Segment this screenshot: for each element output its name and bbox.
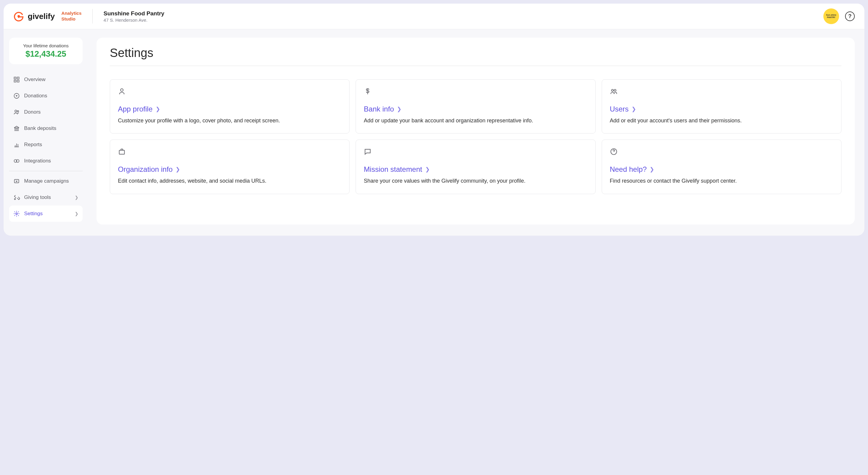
- card-bank-info[interactable]: Bank info ❯ Add or update your bank acco…: [355, 79, 595, 134]
- sidebar-item-label: Manage campaigns: [24, 178, 69, 184]
- help-icon: [610, 148, 618, 156]
- card-title: Bank info ❯: [364, 105, 587, 113]
- donation-amount: $12,434.25: [15, 49, 76, 59]
- org-block[interactable]: Sunshine Food Pantry 47 S. Henderson Ave…: [103, 10, 164, 23]
- nav-divider: [9, 171, 83, 171]
- card-app-profile[interactable]: App profile ❯ Customize your profile wit…: [110, 79, 349, 134]
- chevron-right-icon: ❯: [75, 211, 79, 216]
- sidebar-item-overview[interactable]: Overview: [9, 71, 83, 88]
- donation-label: Your lifetime donations: [15, 43, 76, 48]
- users-icon: [13, 109, 20, 115]
- svg-point-12: [121, 89, 123, 91]
- users-icon: [610, 88, 618, 95]
- sidebar-item-label: Overview: [24, 76, 45, 82]
- tools-icon: [13, 194, 20, 201]
- sidebar-item-settings[interactable]: Settings ❯: [9, 206, 83, 222]
- person-icon: [118, 88, 126, 95]
- page-title: Settings: [110, 46, 841, 60]
- svg-rect-2: [14, 80, 16, 82]
- bank-icon: [13, 125, 20, 132]
- card-title: App profile ❯: [118, 105, 341, 113]
- card-mission-statement[interactable]: Mission statement ❯ Share your core valu…: [355, 140, 595, 194]
- card-desc: Add or edit your account's users and the…: [610, 117, 833, 124]
- sidebar-item-donors[interactable]: Donors: [9, 104, 83, 120]
- sidebar-item-label: Donations: [24, 93, 48, 99]
- card-title: Organization info ❯: [118, 165, 341, 174]
- sidebar-item-manage-campaigns[interactable]: Manage campaigns: [9, 173, 83, 189]
- dollar-icon: [364, 88, 372, 95]
- sidebar-item-label: Integrations: [24, 158, 51, 164]
- logo-text: givelify: [28, 12, 55, 21]
- sidebar-item-giving-tools[interactable]: Giving tools ❯: [9, 189, 83, 206]
- svg-point-14: [614, 90, 616, 92]
- gear-icon: [13, 210, 20, 217]
- card-title: Users ❯: [610, 105, 833, 113]
- svg-point-6: [17, 111, 19, 112]
- givelify-logo-icon: [13, 11, 24, 22]
- svg-point-13: [611, 90, 614, 92]
- svg-rect-1: [17, 77, 19, 79]
- chevron-right-icon: ❯: [176, 166, 180, 173]
- heart-circle-icon: [13, 93, 20, 99]
- svg-point-11: [16, 213, 18, 214]
- nav: Overview Donations Donors Bank deposits …: [9, 71, 83, 222]
- grid-icon: [13, 76, 20, 83]
- svg-point-10: [14, 199, 16, 200]
- svg-rect-0: [14, 77, 16, 79]
- sidebar-item-donations[interactable]: Donations: [9, 88, 83, 104]
- svg-rect-3: [17, 80, 19, 82]
- app-frame: givelify Analytics Studio Sunshine Food …: [4, 4, 864, 236]
- cards-grid: App profile ❯ Customize your profile wit…: [110, 79, 841, 194]
- org-address: 47 S. Henderson Ave.: [103, 18, 164, 23]
- avatar[interactable]: Sun-shine PANTRY: [824, 8, 839, 24]
- chevron-right-icon: ❯: [397, 106, 401, 112]
- chart-icon: [13, 141, 20, 148]
- sidebar-item-integrations[interactable]: Integrations: [9, 153, 83, 169]
- card-desc: Edit contact info, addresses, website, a…: [118, 177, 341, 184]
- help-icon[interactable]: ?: [845, 11, 855, 21]
- card-need-help[interactable]: Need help? ❯ Find resources or contact t…: [602, 140, 841, 194]
- sidebar-item-label: Giving tools: [24, 194, 51, 200]
- card-organization-info[interactable]: Organization info ❯ Edit contact info, a…: [110, 140, 349, 194]
- divider: [92, 9, 93, 24]
- chevron-right-icon: ❯: [425, 166, 430, 173]
- main-panel: Settings App profile ❯ Customize your pr…: [96, 38, 855, 225]
- chevron-right-icon: ❯: [650, 166, 654, 173]
- sidebar-item-bank-deposits[interactable]: Bank deposits: [9, 120, 83, 137]
- link-icon: [13, 158, 20, 164]
- card-desc: Add or update your bank account and orga…: [364, 117, 587, 124]
- main: Settings App profile ❯ Customize your pr…: [88, 29, 864, 236]
- divider: [110, 66, 841, 66]
- card-desc: Customize your profile with a logo, cove…: [118, 117, 341, 124]
- chevron-right-icon: ❯: [631, 106, 636, 112]
- studio-label: Analytics Studio: [62, 10, 82, 22]
- donation-card: Your lifetime donations $12,434.25: [9, 38, 83, 64]
- briefcase-icon: [118, 148, 126, 156]
- sidebar-item-label: Settings: [24, 211, 42, 217]
- card-users[interactable]: Users ❯ Add or edit your account's users…: [602, 79, 841, 134]
- chevron-right-icon: ❯: [75, 195, 79, 200]
- svg-rect-15: [119, 150, 124, 154]
- chevron-right-icon: ❯: [156, 106, 160, 112]
- card-desc: Find resources or contact the Givelify s…: [610, 177, 833, 184]
- header: givelify Analytics Studio Sunshine Food …: [4, 4, 864, 29]
- sidebar-item-reports[interactable]: Reports: [9, 137, 83, 153]
- campaign-icon: [13, 178, 20, 184]
- message-icon: [364, 148, 372, 156]
- sidebar-item-label: Reports: [24, 142, 42, 148]
- sidebar-item-label: Bank deposits: [24, 125, 56, 131]
- logo[interactable]: givelify Analytics Studio: [13, 10, 82, 22]
- sidebar: Your lifetime donations $12,434.25 Overv…: [4, 29, 88, 236]
- sidebar-item-label: Donors: [24, 109, 41, 115]
- card-title: Need help? ❯: [610, 165, 833, 174]
- org-name: Sunshine Food Pantry: [103, 10, 164, 17]
- card-desc: Share your core values with the Givelify…: [364, 177, 587, 184]
- svg-point-5: [15, 110, 17, 112]
- card-title: Mission statement ❯: [364, 165, 587, 174]
